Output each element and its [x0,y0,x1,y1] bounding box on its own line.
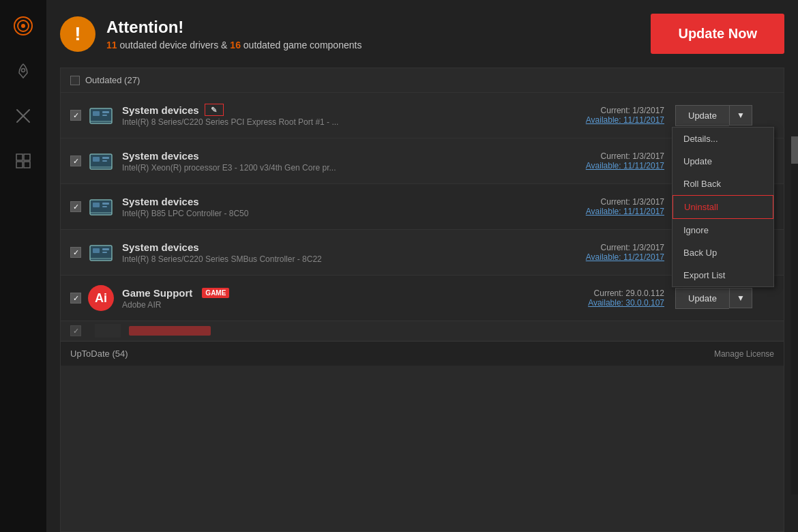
svg-rect-21 [93,203,100,207]
device-info-2: System devices Intel(R) Xeon(R) processo… [122,150,555,173]
attention-title: Attention! [106,18,361,37]
available-version-3: Available: 11/11/2017 [555,207,664,216]
manage-license-link[interactable]: Manage License [714,349,774,359]
menu-item-exportlist[interactable]: Export List [673,264,773,286]
header: ! Attention! 11 outdated device drivers … [60,14,784,54]
select-all-checkbox[interactable] [70,76,80,85]
table-row: System devices ✎ Intel(R) 8 Series/C220 … [61,93,784,138]
available-version-2: Available: 11/11/2017 [555,161,664,171]
uptodate-label: UpToDate (54) [70,349,128,359]
dropdown-arrow-5[interactable]: ▼ [729,288,752,308]
game-badge: GAME [202,288,229,298]
device-version-2: Current: 1/3/2017 Available: 11/11/2017 [555,151,664,171]
device-version-1: Current: 1/3/2017 Available: 11/11/2017 [555,106,664,125]
desc-middle: outdated device drivers & [119,40,230,50]
device-name-3: System devices [122,196,555,207]
svg-rect-22 [102,203,109,205]
menu-item-backup[interactable]: Back Up [673,241,773,264]
device-desc-2: Intel(R) Xeon(R) processor E3 - 1200 v3/… [122,163,555,173]
svg-rect-23 [102,206,107,207]
device-row-1: System devices ✎ Intel(R) 8 Series/C220 … [61,93,784,138]
menu-item-ignore[interactable]: Ignore [673,219,773,241]
device-icon-5: Ai [88,285,114,311]
device-icon-1 [88,102,114,128]
menu-item-uninstall[interactable]: Uninstall [673,195,773,219]
device-info-5: Game Support GAME Adobe AIR [122,287,555,310]
sidebar-item-rocket[interactable] [11,59,35,83]
sidebar-item-grid[interactable] [11,149,35,173]
sidebar [0,0,46,532]
svg-rect-28 [102,252,107,253]
dropdown-arrow-1[interactable]: ▼ [729,105,752,125]
current-version-5: Current: 29.0.0.112 [555,289,664,298]
device-version-3: Current: 1/3/2017 Available: 11/11/2017 [555,197,664,216]
row-checkbox-4[interactable] [70,247,81,258]
current-version-3: Current: 1/3/2017 [555,197,664,207]
outdated-game-count: 16 [230,40,241,50]
svg-rect-27 [102,248,109,250]
row-checkbox-3[interactable] [70,201,81,212]
svg-rect-8 [16,162,23,168]
svg-rect-6 [16,154,23,160]
device-table: Outdated (27) System devices [60,68,784,532]
svg-rect-9 [24,162,30,168]
sidebar-item-tools[interactable] [11,104,35,128]
update-button-5[interactable]: Update [675,288,729,309]
row-checkbox-2[interactable] [70,156,81,166]
svg-rect-16 [93,157,100,162]
row-checkbox-5[interactable] [70,293,81,304]
device-icon-4 [88,239,114,265]
device-name-2: System devices [122,150,555,162]
device-desc-1: Intel(R) 8 Series/C220 Series PCI Expres… [122,117,555,127]
device-version-5: Current: 29.0.0.112 Available: 30.0.0.10… [555,289,664,308]
menu-item-rollback[interactable]: Roll Back [673,173,773,195]
svg-rect-11 [93,111,100,116]
svg-point-3 [22,69,25,72]
available-version-1: Available: 11/11/2017 [555,115,664,125]
device-info-4: System devices Intel(R) 8 Series/C220 Se… [122,241,555,264]
device-name-5: Game Support GAME [122,287,555,299]
adobe-logo: Ai [88,285,114,311]
update-now-button[interactable]: Update Now [651,14,784,54]
device-icon-3 [88,194,114,220]
device-row-partial [61,321,784,341]
row-checkbox-partial[interactable] [70,325,81,336]
header-left: ! Attention! 11 outdated device drivers … [60,16,361,52]
attention-description: 11 outdated device drivers & 16 outdated… [106,40,361,50]
header-text: Attention! 11 outdated device drivers & … [106,18,361,50]
footer-bar: UpToDate (54) Manage License [61,341,784,366]
menu-item-details[interactable]: Details... [673,128,773,150]
edit-icon-1[interactable]: ✎ [205,104,224,116]
device-version-4: Current: 1/3/2017 Available: 11/21/2017 [555,243,664,262]
available-version-5: Available: 30.0.0.107 [555,298,664,308]
desc-suffix: outdated game components [243,40,362,50]
device-info-1: System devices ✎ Intel(R) 8 Series/C220 … [122,104,555,127]
current-version-4: Current: 1/3/2017 [555,243,664,252]
scroll-track[interactable] [791,136,798,494]
outdated-drivers-count: 11 [106,40,117,50]
device-desc-3: Intel(R) B85 LPC Controller - 8C50 [122,209,555,218]
svg-rect-12 [102,111,109,113]
device-name-1: System devices ✎ [122,104,555,116]
device-desc-5: Adobe AIR [122,300,555,310]
update-btn-group-5: Update ▼ [675,288,774,309]
svg-rect-17 [102,157,109,159]
svg-rect-26 [93,248,100,253]
sidebar-item-target[interactable] [11,14,35,38]
row-checkbox-1[interactable] [70,110,81,121]
table-header: Outdated (27) [61,68,784,93]
update-button-1[interactable]: Update [675,105,729,126]
available-version-4: Available: 11/21/2017 [555,252,664,262]
current-version-2: Current: 1/3/2017 [555,151,664,161]
context-menu-1: Details... Update Roll Back Uninstall Ig… [672,127,774,287]
outdated-count-label: Outdated (27) [85,75,140,85]
update-btn-group-1: Update ▼ Details... Update Roll Back Uni… [675,105,774,126]
device-icon-2 [88,148,114,174]
scroll-thumb[interactable] [791,136,798,164]
svg-rect-13 [102,115,107,116]
device-info-3: System devices Intel(R) B85 LPC Controll… [122,196,555,218]
menu-item-update[interactable]: Update [673,150,773,173]
device-desc-4: Intel(R) 8 Series/C220 Series SMBus Cont… [122,254,555,264]
svg-rect-7 [24,154,30,160]
svg-point-2 [21,24,25,28]
